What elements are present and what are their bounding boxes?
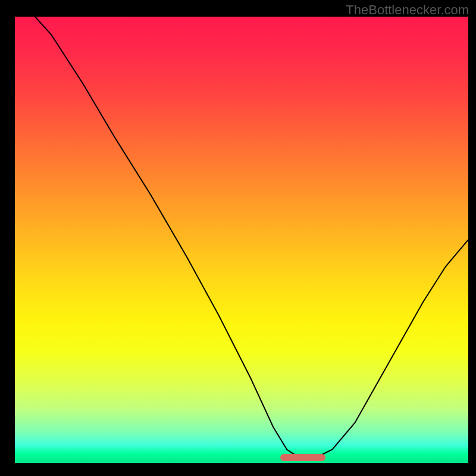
bottleneck-curve (15, 17, 468, 463)
optimal-range-marker (280, 454, 326, 461)
watermark-text: TheBottlenecker.com (346, 2, 469, 18)
chart-plot-area (15, 17, 468, 463)
